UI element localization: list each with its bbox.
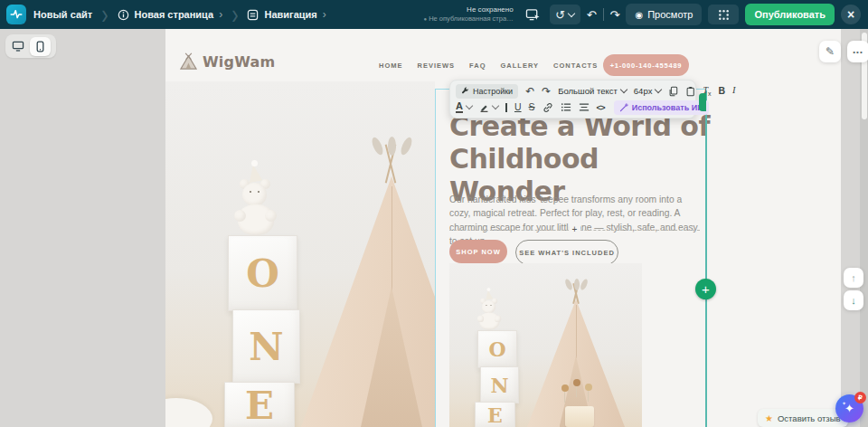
breadcrumb-separator-icon: ›	[101, 2, 108, 27]
move-block-up-button[interactable]: ↑	[844, 268, 863, 288]
edit-block-button[interactable]: ✎	[819, 41, 841, 62]
desktop-view-button[interactable]	[7, 37, 28, 56]
breadcrumb-block-label: Навигация	[264, 9, 316, 20]
device-preview-icon[interactable]	[524, 5, 543, 24]
use-ai-button[interactable]: Использовать ИИ	[614, 100, 709, 115]
teddy-bear-illustration	[478, 292, 501, 331]
undo-icon[interactable]: ↶	[525, 86, 534, 97]
status-dot-icon: ●	[424, 16, 428, 22]
teepee-feather	[388, 137, 396, 156]
highlight-color-dropdown[interactable]	[479, 102, 498, 112]
code-button[interactable]: <>	[597, 102, 605, 112]
sparkle-small-icon: ✦	[842, 400, 846, 406]
marker-icon	[479, 102, 489, 112]
nav-item-faq[interactable]: FAQ	[469, 62, 486, 70]
text-style-dropdown[interactable]: Большой текст	[558, 86, 627, 96]
page-info-icon	[118, 9, 129, 21]
mobile-view-button[interactable]	[30, 37, 51, 56]
top-bar: Новый сайт › Новая страница › › Навигаци…	[0, 0, 868, 29]
wrench-icon	[461, 87, 469, 95]
teepee-illustration	[301, 176, 435, 427]
shop-now-button[interactable]: SHOP NOW	[449, 240, 507, 263]
hat-pompom	[251, 160, 258, 166]
font-size-dropdown[interactable]: 64px	[634, 86, 662, 96]
align-center-icon[interactable]	[579, 102, 590, 112]
copy-icon[interactable]	[668, 86, 678, 97]
hero-photo[interactable]: O N E	[165, 81, 435, 427]
fab-badge: ₽	[854, 392, 866, 403]
toolbar-row-2: A U S <> И	[456, 100, 690, 115]
topbar-actions: Не сохранено ●Не опубликованная стра… ↺ …	[424, 4, 868, 25]
party-hat	[246, 164, 262, 183]
move-block-down-button[interactable]: ↓	[844, 290, 863, 310]
apps-grid-icon[interactable]	[708, 5, 739, 24]
redo-icon[interactable]: ↷	[542, 86, 551, 97]
selection-border-left	[435, 89, 436, 427]
link-icon[interactable]	[542, 102, 553, 113]
teepee-feather	[370, 136, 385, 157]
page-dropdown-icon[interactable]: ›	[219, 8, 222, 21]
teddy-bear-illustration	[236, 168, 276, 237]
breadcrumb-separator-icon: ›	[231, 2, 238, 27]
save-status: Не сохранено ●Не опубликованная стра…	[424, 5, 514, 24]
fill-background-icon[interactable]	[505, 103, 507, 112]
bold-button[interactable]: B	[718, 86, 725, 96]
history-icon: ↺	[555, 9, 565, 21]
teepee-cloth	[301, 176, 435, 427]
close-icon[interactable]: ×	[841, 5, 861, 24]
add-block-button[interactable]: +	[695, 279, 716, 299]
block-dropdown-icon[interactable]: ›	[323, 8, 326, 21]
cake-illustration	[565, 406, 594, 427]
star-icon: ★	[765, 413, 773, 423]
letter-block: N	[480, 366, 519, 403]
nav-item-home[interactable]: HOME	[379, 62, 403, 70]
teepee-feather	[399, 136, 414, 157]
letter-block: E	[475, 402, 515, 427]
leave-feedback-button[interactable]: ★ Оставить отзыв	[758, 409, 848, 427]
site-logo-text: WigWam	[203, 53, 275, 71]
block-menu-button[interactable]: •••	[847, 41, 868, 62]
breadcrumb-page[interactable]: Новая страница ›	[118, 8, 223, 21]
nav-item-reviews[interactable]: REVIEWS	[418, 62, 456, 70]
nav-item-contacts[interactable]: CONTACTS	[553, 62, 598, 70]
history-button[interactable]: ↺	[550, 5, 580, 24]
preview-button[interactable]: ◉ Просмотр	[626, 4, 702, 25]
strikethrough-button[interactable]: S	[529, 102, 535, 112]
bullet-list-icon[interactable]	[561, 102, 571, 112]
add-block-divider: +	[449, 230, 700, 231]
nav-item-gallery[interactable]: GALLERY	[501, 62, 540, 70]
builder-logo-icon[interactable]	[6, 5, 26, 24]
publish-status-text: ●Не опубликованная стра…	[424, 14, 514, 24]
scrollbar-track[interactable]	[860, 29, 868, 427]
settings-button[interactable]: Настройки	[456, 84, 518, 99]
see-whats-included-button[interactable]: SEE WHAT'S INCLUDED	[515, 240, 618, 265]
toy-illustration	[165, 398, 212, 427]
magic-wand-icon	[619, 103, 628, 112]
arrow-up-icon: ↑	[851, 272, 856, 283]
cta-row: SHOP NOW SEE WHAT'S INCLUDED	[449, 240, 618, 265]
italic-button[interactable]: I	[732, 86, 736, 96]
add-element-icon[interactable]: +	[569, 224, 581, 234]
eye-icon: ◉	[635, 10, 643, 20]
publish-button[interactable]: Опубликовать	[745, 4, 835, 25]
cake-pop	[561, 384, 569, 392]
undo-icon[interactable]: ↶	[587, 9, 597, 21]
redo-icon[interactable]: ↷	[610, 9, 620, 21]
paste-icon[interactable]	[685, 86, 695, 97]
secondary-photo[interactable]: O N E	[449, 263, 642, 427]
underline-button[interactable]: U	[514, 102, 522, 112]
site-logo[interactable]: WigWam	[179, 52, 275, 71]
letter-block: E	[224, 382, 295, 427]
phone-button[interactable]: +1-000-140-455489	[603, 54, 689, 76]
breadcrumb-site[interactable]: Новый сайт	[33, 9, 92, 20]
block-drag-handle[interactable]	[699, 93, 706, 111]
column-guide-line	[705, 90, 707, 427]
letter-block: N	[232, 309, 300, 384]
breadcrumb-page-label: Новая страница	[135, 9, 214, 20]
cake-pop	[585, 384, 592, 391]
breadcrumb-block[interactable]: Навигация ›	[247, 8, 326, 21]
letter-block: O	[228, 235, 297, 311]
editor-window: Новый сайт › Новая страница › › Навигаци…	[0, 0, 868, 427]
text-color-dropdown[interactable]: A	[456, 101, 472, 113]
breadcrumb-site-label: Новый сайт	[33, 9, 92, 20]
